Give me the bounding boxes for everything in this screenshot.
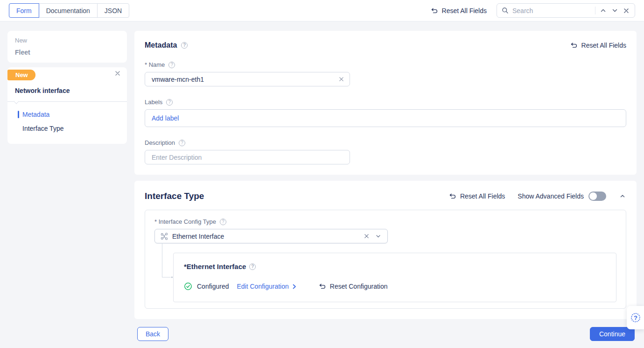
network-interface-card: New Network interface Metadata Interface… bbox=[7, 67, 127, 144]
reset-icon bbox=[449, 192, 456, 200]
close-panel-icon[interactable] bbox=[114, 70, 121, 77]
fleet-kind-label: New bbox=[15, 37, 119, 44]
new-badge: New bbox=[7, 70, 35, 80]
view-tab-group: Form Documentation JSON bbox=[9, 3, 129, 18]
description-input[interactable] bbox=[152, 154, 345, 161]
metadata-title: Metadata bbox=[145, 41, 177, 50]
name-input-wrap bbox=[145, 72, 350, 86]
config-type-chevron-down-icon[interactable] bbox=[374, 232, 382, 240]
edit-configuration-link[interactable]: Edit Configuration bbox=[237, 283, 297, 290]
sidebar-item-metadata[interactable]: Metadata bbox=[7, 107, 127, 121]
section-nav: Metadata Interface Type bbox=[7, 107, 127, 135]
config-type-help-icon[interactable] bbox=[220, 219, 226, 225]
labels-help-icon[interactable] bbox=[166, 99, 173, 106]
reset-icon bbox=[570, 42, 578, 49]
description-help-icon[interactable] bbox=[179, 140, 185, 146]
sidebar-divider bbox=[7, 101, 127, 102]
reset-icon bbox=[319, 283, 326, 290]
metadata-help-icon[interactable] bbox=[181, 42, 188, 49]
name-input[interactable] bbox=[152, 76, 334, 83]
labels-box: Add label bbox=[145, 109, 626, 127]
search-next-icon[interactable] bbox=[611, 7, 619, 14]
ethernet-interface-title: *Ethernet Interface bbox=[184, 263, 246, 270]
network-interface-title: Network interface bbox=[7, 80, 127, 101]
interface-type-section: Interface Type Reset All Fields Show Adv… bbox=[134, 181, 637, 319]
reset-all-fields-button[interactable]: Reset All Fields bbox=[431, 7, 487, 14]
search-prev-icon[interactable] bbox=[599, 7, 607, 14]
back-button[interactable]: Back bbox=[137, 327, 168, 341]
configured-status-label: Configured bbox=[197, 283, 229, 290]
tab-json[interactable]: JSON bbox=[97, 3, 129, 18]
name-field-label: * Name bbox=[145, 61, 165, 68]
search-icon bbox=[502, 7, 509, 14]
sidebar-item-interface-type[interactable]: Interface Type bbox=[7, 121, 127, 135]
search-box bbox=[497, 3, 635, 18]
metadata-reset-all-button[interactable]: Reset All Fields bbox=[570, 42, 626, 49]
ethernet-interface-panel: *Ethernet Interface Configured Edit Conf… bbox=[173, 253, 616, 302]
search-input[interactable] bbox=[512, 7, 591, 14]
labels-field-label: Labels bbox=[145, 99, 162, 106]
tab-documentation[interactable]: Documentation bbox=[39, 3, 98, 18]
configured-check-icon bbox=[184, 282, 192, 291]
interface-reset-all-button[interactable]: Reset All Fields bbox=[449, 192, 505, 200]
config-type-value: Ethernet Interface bbox=[172, 233, 359, 240]
description-input-wrap bbox=[145, 150, 350, 164]
fleet-breadcrumb-card[interactable]: New Fleet bbox=[7, 31, 127, 63]
reset-icon bbox=[431, 7, 438, 14]
metadata-section: Metadata Reset All Fields bbox=[134, 31, 637, 175]
config-type-label: * Interface Config Type bbox=[154, 218, 216, 225]
search-divider bbox=[595, 7, 595, 14]
help-question-icon bbox=[631, 313, 640, 322]
interface-config-type-select[interactable]: Ethernet Interface bbox=[154, 229, 388, 243]
tab-form[interactable]: Form bbox=[9, 3, 39, 18]
chevron-right-icon bbox=[291, 284, 297, 290]
add-label-link[interactable]: Add label bbox=[152, 114, 179, 122]
interface-config-group: * Interface Config Type bbox=[145, 210, 626, 309]
description-field-label: Description bbox=[145, 139, 175, 146]
network-topology-icon bbox=[161, 233, 168, 240]
name-help-icon[interactable] bbox=[168, 62, 175, 68]
name-clear-icon[interactable] bbox=[338, 76, 345, 83]
wizard-footer: Back Continue bbox=[134, 327, 637, 341]
interface-type-title: Interface Type bbox=[145, 191, 204, 201]
config-type-clear-icon[interactable] bbox=[363, 233, 370, 240]
continue-button[interactable]: Continue bbox=[590, 327, 635, 341]
advanced-fields-toggle[interactable] bbox=[588, 192, 606, 201]
fleet-name-label: Fleet bbox=[15, 49, 119, 56]
advanced-fields-label: Show Advanced Fields bbox=[518, 192, 584, 200]
ethernet-help-icon[interactable] bbox=[249, 263, 256, 270]
sidebar: New Fleet New Network interface Metadata… bbox=[7, 31, 127, 348]
reset-configuration-button[interactable]: Reset Configuration bbox=[319, 283, 388, 290]
help-float-card[interactable] bbox=[627, 306, 644, 329]
collapse-section-icon[interactable] bbox=[619, 192, 626, 200]
tree-connector bbox=[162, 243, 171, 277]
top-bar: Form Documentation JSON Reset All Fields bbox=[0, 0, 644, 21]
search-close-icon[interactable] bbox=[623, 7, 630, 14]
